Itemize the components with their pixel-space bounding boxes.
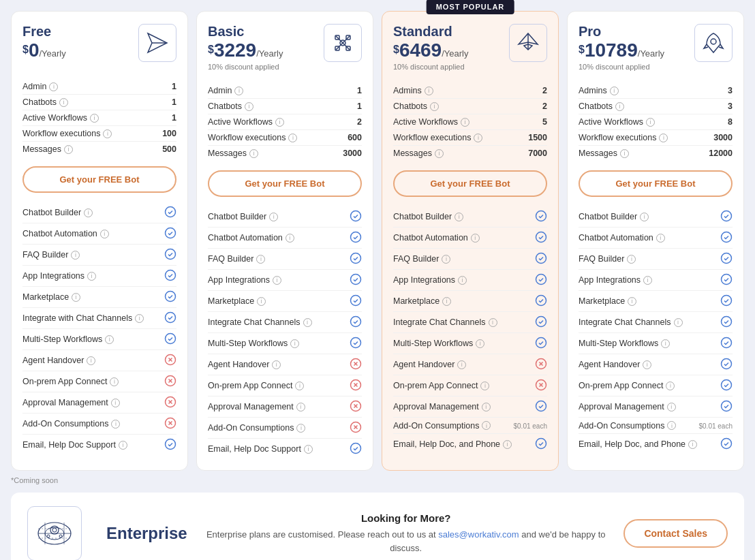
svg-point-24 — [351, 274, 361, 284]
enterprise-desc-text: Enterprise plans are customised. Please … — [206, 529, 436, 540]
stat-value: 1 — [172, 113, 176, 123]
info-icon[interactable]: i — [111, 399, 120, 407]
feature-status-icon — [350, 400, 362, 414]
info-icon[interactable]: i — [482, 421, 491, 430]
feature-item: Chatbot Automation i — [22, 223, 176, 245]
info-icon[interactable]: i — [295, 382, 304, 390]
info-icon[interactable]: i — [234, 87, 243, 95]
info-icon[interactable]: i — [471, 234, 480, 243]
info-icon[interactable]: i — [64, 145, 73, 154]
info-icon[interactable]: i — [482, 403, 491, 411]
info-icon[interactable]: i — [461, 118, 469, 127]
info-icon[interactable]: i — [245, 102, 253, 111]
info-icon[interactable]: i — [425, 87, 433, 95]
stat-label: Workflow executions i — [393, 133, 528, 142]
info-icon[interactable]: i — [135, 314, 144, 323]
info-icon[interactable]: i — [103, 129, 112, 138]
info-icon[interactable]: i — [119, 441, 127, 450]
info-icon[interactable]: i — [643, 360, 651, 369]
info-icon[interactable]: i — [640, 213, 649, 221]
info-icon[interactable]: i — [435, 149, 444, 158]
info-icon[interactable]: i — [90, 114, 99, 123]
info-icon[interactable]: i — [457, 360, 466, 369]
info-icon[interactable]: i — [275, 118, 284, 127]
info-icon[interactable]: i — [661, 339, 670, 348]
info-icon[interactable]: i — [304, 445, 313, 454]
info-icon[interactable]: i — [667, 403, 676, 411]
info-icon[interactable]: i — [430, 102, 439, 111]
info-icon[interactable]: i — [249, 149, 258, 158]
feature-status-icon — [164, 354, 176, 368]
info-icon[interactable]: i — [688, 440, 697, 449]
info-icon[interactable]: i — [59, 98, 68, 107]
cta-button[interactable]: Get your FREE Bot — [579, 170, 733, 197]
info-icon[interactable]: i — [303, 318, 312, 327]
info-icon[interactable]: i — [49, 82, 58, 91]
feature-item: Chatbot Builder i — [208, 206, 362, 228]
info-icon[interactable]: i — [87, 356, 95, 365]
info-icon[interactable]: i — [458, 276, 467, 285]
info-icon[interactable]: i — [442, 255, 450, 264]
feature-label: Agent Handover i — [393, 360, 535, 369]
info-icon[interactable]: i — [257, 297, 266, 306]
info-icon[interactable]: i — [674, 318, 683, 327]
feature-status-icon — [535, 315, 547, 330]
info-icon[interactable]: i — [610, 87, 619, 95]
info-icon[interactable]: i — [489, 318, 497, 327]
stat-label: Messages i — [208, 149, 343, 158]
stat-value: 2 — [542, 102, 547, 111]
info-icon[interactable]: i — [627, 255, 636, 264]
info-icon[interactable]: i — [296, 424, 305, 433]
plan-price: $3229/Yearly — [208, 40, 283, 61]
info-icon[interactable]: i — [272, 360, 281, 369]
price-period: /Yearly — [442, 48, 468, 59]
info-icon[interactable]: i — [256, 255, 265, 264]
feature-status-icon — [720, 437, 733, 452]
info-icon[interactable]: i — [290, 339, 299, 348]
feature-status-icon — [720, 337, 733, 351]
info-icon[interactable]: i — [288, 134, 297, 142]
info-icon[interactable]: i — [442, 297, 451, 306]
info-icon[interactable]: i — [667, 421, 676, 430]
svg-point-47 — [722, 232, 732, 242]
stat-value: 1 — [357, 86, 362, 95]
feature-label: Marketplace i — [579, 296, 720, 306]
feature-status-icon — [164, 269, 176, 283]
info-icon[interactable]: i — [643, 276, 652, 285]
info-icon[interactable]: i — [286, 234, 294, 243]
info-icon[interactable]: i — [476, 339, 484, 348]
enterprise-email-link[interactable]: sales@workativ.com — [438, 529, 519, 540]
plan-price: $0/Yearly — [22, 40, 66, 61]
info-icon[interactable]: i — [615, 102, 624, 111]
info-icon[interactable]: i — [84, 208, 93, 217]
info-icon[interactable]: i — [656, 234, 665, 243]
stat-row: Workflow executions i 100 — [22, 126, 176, 142]
cta-button[interactable]: Get your FREE Bot — [393, 170, 547, 197]
info-icon[interactable]: i — [111, 420, 120, 429]
info-icon[interactable]: i — [72, 293, 80, 302]
info-icon[interactable]: i — [620, 149, 629, 158]
info-icon[interactable]: i — [71, 251, 80, 260]
info-icon[interactable]: i — [269, 213, 278, 221]
info-icon[interactable]: i — [273, 276, 281, 285]
info-icon[interactable]: i — [659, 134, 668, 142]
info-icon[interactable]: i — [296, 403, 305, 411]
cta-button[interactable]: Get your FREE Bot — [208, 170, 362, 197]
info-icon[interactable]: i — [474, 134, 482, 142]
enterprise-contact-sales-button[interactable]: Contact Sales — [623, 519, 728, 548]
info-icon[interactable]: i — [480, 382, 489, 390]
cta-button[interactable]: Get your FREE Bot — [22, 166, 176, 193]
info-icon[interactable]: i — [454, 213, 463, 221]
info-icon[interactable]: i — [646, 118, 655, 127]
info-icon[interactable]: i — [110, 377, 119, 386]
feature-label: Add-On Consumptions i — [579, 421, 699, 431]
info-icon[interactable]: i — [628, 297, 636, 306]
info-icon[interactable]: i — [105, 335, 114, 344]
feature-label: Chatbot Automation i — [22, 229, 164, 238]
info-icon[interactable]: i — [666, 382, 675, 390]
feature-label: Integrate Chat Channels i — [393, 317, 535, 327]
stat-row: Active Workflows i 8 — [579, 114, 733, 130]
info-icon[interactable]: i — [100, 230, 109, 238]
info-icon[interactable]: i — [87, 272, 96, 281]
info-icon[interactable]: i — [503, 440, 512, 449]
